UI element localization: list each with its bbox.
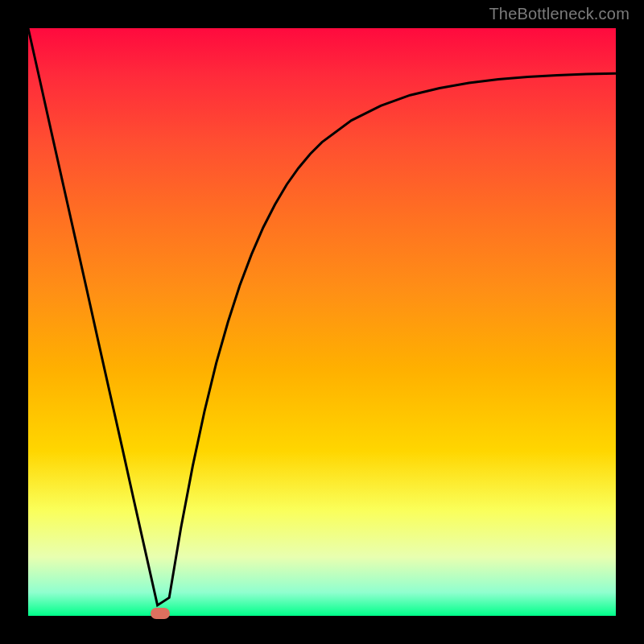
- chart-frame: TheBottleneck.com: [0, 0, 644, 644]
- watermark-text: TheBottleneck.com: [489, 5, 630, 23]
- plot-area: [28, 28, 616, 616]
- bottleneck-curve: [28, 28, 616, 616]
- minimum-marker: [151, 608, 170, 619]
- curve-path: [28, 28, 616, 605]
